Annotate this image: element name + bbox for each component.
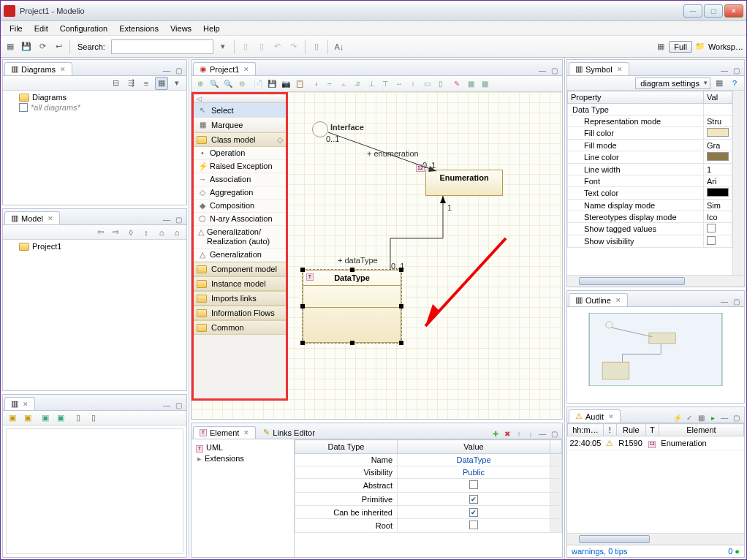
align-icon[interactable]: ⊤ (379, 78, 391, 90)
palette-item[interactable]: ◇Aggregation (194, 186, 286, 200)
palette-item[interactable]: →Association (194, 173, 286, 186)
size-icon[interactable]: ▯ (435, 78, 447, 90)
search-input[interactable] (111, 39, 213, 54)
close-icon[interactable]: ✕ (615, 297, 621, 304)
menu-configuration[interactable]: Configuration (56, 23, 112, 34)
distrib-icon[interactable]: ↕ (407, 78, 419, 90)
property-row[interactable]: FontAri (568, 175, 732, 187)
nav-icon[interactable]: ⌂ (155, 226, 168, 239)
minimize-icon[interactable]: — (719, 412, 729, 423)
close-button[interactable]: ✕ (724, 4, 743, 18)
tab-links-editor[interactable]: ✎ Links Editor (257, 426, 320, 439)
nav-icon[interactable]: ↕ (140, 226, 153, 239)
menu-views[interactable]: Views (166, 23, 196, 34)
close-icon[interactable]: ✕ (608, 413, 614, 420)
diagram-settings-combo[interactable]: diagram settings (635, 77, 710, 89)
element-tree[interactable]: TUML ▸Extensions (192, 439, 294, 557)
toolbar-icon[interactable]: ⚡ (672, 412, 683, 423)
toolbar-icon[interactable]: ✓ (684, 412, 694, 423)
toolbar-icon[interactable]: ▣ (54, 412, 67, 425)
palette-collapse[interactable]: ◁ (194, 94, 286, 103)
palette-group[interactable]: Common (194, 320, 286, 335)
nav-icon[interactable]: ↩ (52, 40, 65, 53)
align-icon[interactable]: ⫠ (338, 78, 349, 90)
tree-item[interactable]: TUML (194, 442, 291, 453)
maximize-button[interactable]: ▢ (704, 4, 723, 18)
copy-icon[interactable]: 📋 (294, 78, 306, 90)
tree-item[interactable]: Diagrams (4, 92, 185, 102)
close-icon[interactable]: ✕ (23, 401, 29, 408)
fwd-icon[interactable]: ⇨ (109, 226, 122, 239)
grid-icon[interactable]: ▦ (465, 78, 477, 90)
property-row[interactable]: Stereotypes display modeIco (568, 211, 732, 223)
toolbar-icon[interactable]: ▯ (310, 40, 323, 53)
save-icon[interactable]: 💾 (20, 40, 33, 53)
maximize-icon[interactable]: ▢ (173, 214, 183, 224)
palette-group[interactable]: Instance model (194, 276, 286, 291)
property-row[interactable]: Show visibility (568, 235, 732, 248)
palette-select[interactable]: ↖Select (194, 103, 286, 118)
add-icon[interactable]: ✚ (490, 428, 501, 439)
align-icon[interactable]: ⫞ (310, 78, 322, 90)
tree-item[interactable]: ▸Extensions (194, 453, 291, 464)
property-grid[interactable]: Data TypeValue NameDataTypeVisibilityPub… (295, 439, 562, 533)
palette-item[interactable]: ⚡Raised Exception (194, 160, 286, 173)
close-icon[interactable]: ✕ (617, 66, 623, 73)
minimize-button[interactable]: — (683, 4, 702, 18)
maximize-icon[interactable]: ▢ (549, 65, 559, 75)
maximize-icon[interactable]: ▢ (173, 65, 183, 75)
home-icon[interactable]: ⌂ (170, 226, 183, 239)
toolbar-icon[interactable]: ▯ (87, 412, 100, 425)
refresh-icon[interactable]: ⟳ (36, 40, 49, 53)
close-icon[interactable]: ✕ (243, 66, 249, 73)
dropdown-icon[interactable]: ▾ (216, 40, 230, 53)
symbol-properties[interactable]: PropertyVal Data TypeRepresentation mode… (567, 91, 732, 248)
workspace-icon[interactable]: 📁 (694, 40, 707, 53)
palette-item[interactable]: ◆Composition (194, 200, 286, 213)
maximize-icon[interactable]: ▢ (731, 296, 741, 306)
toolbar-icon[interactable]: ↷ (287, 40, 300, 53)
toolbar-icon[interactable]: ▣ (39, 412, 52, 425)
toolbar-icon[interactable]: ▸ (708, 412, 718, 423)
toolbar-icon[interactable]: ▣ (6, 412, 19, 425)
up-icon[interactable]: ↑ (514, 428, 524, 439)
minimize-icon[interactable]: — (719, 65, 729, 75)
outline-view[interactable] (567, 307, 744, 403)
menu-help[interactable]: Help (199, 23, 224, 34)
menu-icon[interactable]: ▾ (170, 77, 183, 90)
close-icon[interactable]: ✕ (60, 66, 66, 73)
palette-item[interactable]: △Generalization/ Realization (auto) (194, 226, 286, 249)
delete-icon[interactable]: ✖ (502, 428, 512, 439)
tab-unnamed[interactable]: ▥ ✕ (4, 397, 35, 410)
toolbar-icon[interactable]: ▣ (21, 412, 34, 425)
grid-icon[interactable]: ▦ (479, 78, 490, 90)
list-icon[interactable]: ≡ (140, 77, 153, 90)
toolbar-icon[interactable]: ▦ (4, 40, 17, 53)
nav-icon[interactable]: ◊ (124, 226, 137, 239)
toolbar-icon[interactable]: ▦ (696, 412, 706, 423)
enumeration-node[interactable]: 12 Enumeration (425, 170, 503, 196)
maximize-icon[interactable]: ▢ (173, 400, 183, 410)
menu-extensions[interactable]: Extensions (115, 23, 163, 34)
scrollbar[interactable] (567, 275, 744, 287)
property-row[interactable]: Line color (568, 151, 732, 164)
palette-group[interactable]: Component model (194, 262, 286, 276)
tree-item[interactable]: *all diagrams* (4, 102, 185, 113)
menu-file[interactable]: File (5, 23, 27, 34)
align-icon[interactable]: ⫟ (324, 78, 335, 90)
minimize-icon[interactable]: — (719, 296, 729, 306)
palette-group-class[interactable]: Class model◇ (194, 132, 286, 147)
palette-item[interactable]: △Generalization (194, 249, 286, 262)
datatype-node[interactable]: T DataType (303, 270, 401, 343)
workspace-label[interactable]: Worksp… (708, 42, 743, 51)
maximize-icon[interactable]: ▢ (549, 428, 559, 439)
minimize-icon[interactable]: — (162, 214, 172, 224)
toolbar-icon[interactable]: ▦ (713, 77, 726, 90)
close-icon[interactable]: ✕ (243, 429, 249, 436)
down-icon[interactable]: ↓ (526, 428, 536, 439)
tab-symbol[interactable]: ▥ Symbol ✕ (569, 62, 629, 75)
tab-element[interactable]: T Element ✕ (193, 426, 256, 439)
full-perspective-button[interactable]: Full (669, 41, 692, 53)
diagram-canvas[interactable]: ◁ ↖Select ▦Marquee Class model◇ •Operati… (192, 92, 562, 419)
zoom-icon[interactable]: 🔍 (222, 78, 234, 90)
